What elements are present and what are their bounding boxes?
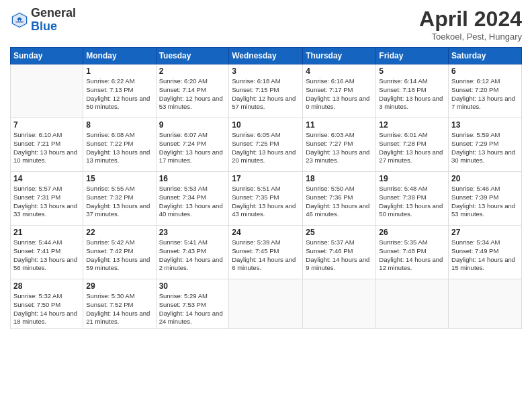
day-number: 11 [306, 120, 373, 130]
day-number: 12 [379, 120, 445, 130]
logo-icon [10, 11, 29, 30]
day-info: Sunrise: 6:22 AMSunset: 7:13 PMDaylight:… [86, 77, 152, 111]
day-number: 17 [232, 174, 300, 183]
day-number: 3 [232, 66, 300, 76]
day-number: 1 [86, 66, 152, 76]
day-number: 27 [451, 228, 519, 237]
day-info: Sunrise: 6:07 AMSunset: 7:24 PMDaylight:… [159, 131, 226, 165]
calendar-table: SundayMondayTuesdayWednesdayThursdayFrid… [10, 47, 522, 329]
day-info: Sunrise: 6:03 AMSunset: 7:27 PMDaylight:… [306, 131, 373, 165]
table-row: 22Sunrise: 5:42 AMSunset: 7:42 PMDayligh… [83, 226, 156, 279]
table-row: 10Sunrise: 6:05 AMSunset: 7:25 PMDayligh… [229, 118, 303, 172]
table-row: 4Sunrise: 6:16 AMSunset: 7:17 PMDaylight… [303, 64, 376, 118]
day-number: 26 [379, 228, 445, 237]
col-header-thursday: Thursday [303, 48, 376, 64]
logo-blue: Blue [31, 19, 57, 33]
col-header-wednesday: Wednesday [229, 48, 303, 64]
day-number: 29 [86, 281, 152, 291]
page: General Blue April 2024 Toekoel, Pest, H… [0, 0, 532, 411]
table-row: 2Sunrise: 6:20 AMSunset: 7:14 PMDaylight… [156, 64, 229, 118]
day-number: 21 [13, 228, 80, 237]
logo-general: General [31, 6, 76, 19]
day-info: Sunrise: 6:10 AMSunset: 7:21 PMDaylight:… [13, 131, 80, 165]
month-title: April 2024 [419, 7, 522, 32]
day-info: Sunrise: 5:29 AMSunset: 7:53 PMDaylight:… [159, 292, 226, 326]
day-info: Sunrise: 6:20 AMSunset: 7:14 PMDaylight:… [159, 77, 226, 111]
table-row: 9Sunrise: 6:07 AMSunset: 7:24 PMDaylight… [156, 118, 229, 172]
location: Toekoel, Pest, Hungary [419, 32, 522, 42]
table-row: 3Sunrise: 6:18 AMSunset: 7:15 PMDaylight… [229, 64, 303, 118]
table-row [449, 279, 522, 329]
day-number: 16 [159, 174, 226, 183]
day-info: Sunrise: 5:32 AMSunset: 7:50 PMDaylight:… [13, 292, 80, 326]
table-row: 24Sunrise: 5:39 AMSunset: 7:45 PMDayligh… [229, 226, 303, 279]
day-number: 15 [86, 174, 152, 183]
day-number: 8 [86, 120, 152, 130]
day-info: Sunrise: 6:16 AMSunset: 7:17 PMDaylight:… [306, 77, 373, 111]
table-row: 6Sunrise: 6:12 AMSunset: 7:20 PMDaylight… [449, 64, 522, 118]
day-number: 5 [379, 66, 445, 76]
day-number: 4 [306, 66, 373, 76]
table-row: 29Sunrise: 5:30 AMSunset: 7:52 PMDayligh… [83, 279, 156, 329]
table-row: 5Sunrise: 6:14 AMSunset: 7:18 PMDaylight… [376, 64, 449, 118]
col-header-tuesday: Tuesday [156, 48, 229, 64]
day-number: 25 [306, 228, 373, 237]
table-row [11, 64, 83, 118]
day-info: Sunrise: 6:08 AMSunset: 7:22 PMDaylight:… [86, 131, 152, 165]
table-row: 28Sunrise: 5:32 AMSunset: 7:50 PMDayligh… [11, 279, 83, 329]
table-row: 8Sunrise: 6:08 AMSunset: 7:22 PMDaylight… [83, 118, 156, 172]
day-info: Sunrise: 5:30 AMSunset: 7:52 PMDaylight:… [86, 292, 152, 326]
table-row: 21Sunrise: 5:44 AMSunset: 7:41 PMDayligh… [11, 226, 83, 279]
day-number: 19 [379, 174, 445, 183]
table-row: 15Sunrise: 5:55 AMSunset: 7:32 PMDayligh… [83, 172, 156, 226]
day-info: Sunrise: 5:51 AMSunset: 7:35 PMDaylight:… [232, 185, 300, 219]
day-info: Sunrise: 6:01 AMSunset: 7:28 PMDaylight:… [379, 131, 445, 165]
day-info: Sunrise: 6:18 AMSunset: 7:15 PMDaylight:… [232, 77, 300, 111]
day-number: 30 [159, 281, 226, 291]
col-header-saturday: Saturday [449, 48, 522, 64]
col-header-friday: Friday [376, 48, 449, 64]
table-row [229, 279, 303, 329]
day-info: Sunrise: 5:39 AMSunset: 7:45 PMDaylight:… [232, 238, 300, 273]
table-row: 7Sunrise: 6:10 AMSunset: 7:21 PMDaylight… [11, 118, 83, 172]
table-row: 14Sunrise: 5:57 AMSunset: 7:31 PMDayligh… [11, 172, 83, 226]
table-row: 17Sunrise: 5:51 AMSunset: 7:35 PMDayligh… [229, 172, 303, 226]
day-info: Sunrise: 5:48 AMSunset: 7:38 PMDaylight:… [379, 185, 445, 219]
day-info: Sunrise: 5:46 AMSunset: 7:39 PMDaylight:… [451, 185, 519, 219]
day-number: 24 [232, 228, 300, 237]
table-row: 12Sunrise: 6:01 AMSunset: 7:28 PMDayligh… [376, 118, 449, 172]
header: General Blue April 2024 Toekoel, Pest, H… [10, 7, 522, 42]
day-number: 13 [451, 120, 519, 130]
day-info: Sunrise: 5:42 AMSunset: 7:42 PMDaylight:… [86, 238, 152, 273]
day-info: Sunrise: 5:55 AMSunset: 7:32 PMDaylight:… [86, 185, 152, 219]
day-number: 6 [451, 66, 519, 76]
logo: General Blue [10, 7, 76, 34]
day-number: 7 [13, 120, 80, 130]
day-info: Sunrise: 5:34 AMSunset: 7:49 PMDaylight:… [451, 238, 519, 273]
col-header-sunday: Sunday [11, 48, 83, 64]
table-row: 18Sunrise: 5:50 AMSunset: 7:36 PMDayligh… [303, 172, 376, 226]
day-info: Sunrise: 5:44 AMSunset: 7:41 PMDaylight:… [13, 238, 80, 273]
day-info: Sunrise: 5:35 AMSunset: 7:48 PMDaylight:… [379, 238, 445, 273]
table-row: 1Sunrise: 6:22 AMSunset: 7:13 PMDaylight… [83, 64, 156, 118]
day-info: Sunrise: 5:57 AMSunset: 7:31 PMDaylight:… [13, 185, 80, 219]
day-number: 28 [13, 281, 80, 291]
day-info: Sunrise: 5:59 AMSunset: 7:29 PMDaylight:… [451, 131, 519, 165]
day-number: 9 [159, 120, 226, 130]
day-number: 10 [232, 120, 300, 130]
day-info: Sunrise: 6:12 AMSunset: 7:20 PMDaylight:… [451, 77, 519, 111]
table-row: 25Sunrise: 5:37 AMSunset: 7:46 PMDayligh… [303, 226, 376, 279]
table-row: 11Sunrise: 6:03 AMSunset: 7:27 PMDayligh… [303, 118, 376, 172]
day-number: 14 [13, 174, 80, 183]
day-info: Sunrise: 5:41 AMSunset: 7:43 PMDaylight:… [159, 238, 226, 273]
table-row [303, 279, 376, 329]
table-row: 27Sunrise: 5:34 AMSunset: 7:49 PMDayligh… [449, 226, 522, 279]
day-number: 23 [159, 228, 226, 237]
table-row: 13Sunrise: 5:59 AMSunset: 7:29 PMDayligh… [449, 118, 522, 172]
table-row: 26Sunrise: 5:35 AMSunset: 7:48 PMDayligh… [376, 226, 449, 279]
table-row: 16Sunrise: 5:53 AMSunset: 7:34 PMDayligh… [156, 172, 229, 226]
svg-marker-0 [11, 11, 28, 28]
table-row [376, 279, 449, 329]
table-row: 30Sunrise: 5:29 AMSunset: 7:53 PMDayligh… [156, 279, 229, 329]
day-number: 20 [451, 174, 519, 183]
